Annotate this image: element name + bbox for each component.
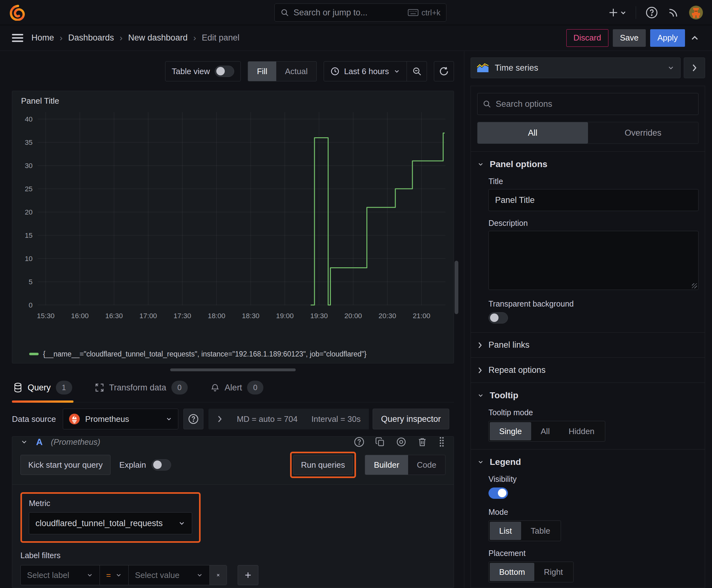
collapse-up-icon[interactable] bbox=[689, 33, 700, 43]
grafana-logo-icon[interactable] bbox=[9, 4, 25, 21]
chevron-down-icon bbox=[178, 520, 186, 527]
visualization-picker[interactable]: Time series bbox=[471, 58, 681, 78]
query-inspector-button[interactable]: Query inspector bbox=[373, 408, 450, 429]
description-textarea[interactable] bbox=[489, 231, 698, 290]
chevron-down-icon bbox=[477, 459, 484, 465]
svg-text:20: 20 bbox=[25, 208, 33, 216]
svg-text:35: 35 bbox=[25, 139, 33, 146]
panel-preview: Panel Title 051015202530354015:3016:0016… bbox=[12, 91, 454, 363]
panel-title-input[interactable] bbox=[489, 189, 698, 211]
chevron-down-icon bbox=[477, 392, 484, 399]
run-queries-button[interactable]: Run queries bbox=[293, 455, 353, 475]
remove-filter-button[interactable] bbox=[210, 565, 226, 585]
query-editor: A (Prometheus) bbox=[12, 436, 454, 588]
breadcrumb-new-dashboard[interactable]: New dashboard bbox=[128, 33, 188, 43]
duplicate-query-icon[interactable] bbox=[375, 437, 385, 447]
table-view-toggle[interactable] bbox=[215, 66, 234, 77]
time-series-chart[interactable]: 051015202530354015:3016:0016:3017:0017:3… bbox=[19, 107, 447, 347]
datasource-help-button[interactable] bbox=[184, 408, 203, 429]
drag-handle-icon[interactable] bbox=[438, 437, 446, 447]
transparent-bg-toggle[interactable] bbox=[489, 312, 508, 323]
builder-code-segment: Builder Code bbox=[365, 455, 446, 475]
placement-bottom[interactable]: Bottom bbox=[490, 563, 534, 581]
select-value-dropdown[interactable]: Select value bbox=[129, 565, 210, 585]
search-input[interactable]: Search or jump to... ctrl+k bbox=[274, 3, 447, 22]
section-panel-links: Panel links bbox=[471, 332, 705, 357]
legend-mode-list[interactable]: List bbox=[490, 522, 521, 540]
svg-text:15: 15 bbox=[25, 231, 33, 239]
transform-count-badge: 0 bbox=[171, 381, 188, 395]
fill-option[interactable]: Fill bbox=[248, 62, 276, 81]
disable-query-icon[interactable] bbox=[396, 437, 407, 447]
menu-icon[interactable] bbox=[12, 33, 23, 43]
visualization-name: Time series bbox=[495, 63, 662, 73]
legend-mode-table[interactable]: Table bbox=[521, 522, 559, 540]
transparent-bg-label: Transparent background bbox=[489, 299, 698, 309]
datasource-picker[interactable]: Prometheus bbox=[63, 408, 178, 429]
actual-option[interactable]: Actual bbox=[276, 62, 317, 81]
operator-dropdown[interactable]: = bbox=[100, 565, 129, 585]
tab-all[interactable]: All bbox=[477, 122, 588, 144]
clock-icon bbox=[330, 67, 340, 76]
svg-text:20:00: 20:00 bbox=[344, 312, 362, 320]
scrollbar-thumb[interactable] bbox=[455, 261, 458, 314]
code-option[interactable]: Code bbox=[408, 455, 445, 475]
tab-overrides[interactable]: Overrides bbox=[588, 122, 698, 144]
tab-transform-data[interactable]: Transform data 0 bbox=[93, 378, 189, 402]
zoom-out-button[interactable] bbox=[407, 62, 427, 81]
tooltip-header[interactable]: Tooltip bbox=[477, 391, 698, 400]
apply-button[interactable]: Apply bbox=[650, 29, 685, 47]
topbar-divider bbox=[636, 6, 636, 19]
explain-toggle[interactable] bbox=[152, 459, 171, 470]
new-dropdown-button[interactable] bbox=[609, 7, 626, 18]
query-options-summary[interactable]: MD = auto = 704 Interval = 30s bbox=[209, 408, 369, 429]
refresh-button[interactable] bbox=[434, 61, 454, 81]
chevron-down-icon bbox=[667, 64, 675, 71]
legend-visibility-toggle[interactable] bbox=[489, 487, 508, 499]
metric-select[interactable]: cloudflared_tunnel_total_requests bbox=[29, 512, 192, 534]
news-icon[interactable] bbox=[667, 6, 679, 19]
delete-query-icon[interactable] bbox=[417, 437, 427, 447]
chevron-right-icon bbox=[477, 366, 483, 374]
chevron-right-icon: › bbox=[193, 33, 196, 43]
avatar[interactable] bbox=[689, 5, 703, 20]
breadcrumb-bar: Home › Dashboards › New dashboard › Edit… bbox=[0, 25, 712, 51]
breadcrumb-dashboards[interactable]: Dashboards bbox=[68, 33, 114, 43]
builder-option[interactable]: Builder bbox=[365, 455, 408, 475]
tab-query[interactable]: Query 1 bbox=[12, 378, 73, 402]
query-row-header[interactable]: A (Prometheus) bbox=[12, 437, 454, 447]
breadcrumb-home[interactable]: Home bbox=[31, 33, 54, 43]
help-icon[interactable] bbox=[645, 6, 658, 19]
search-options-box[interactable] bbox=[477, 93, 698, 115]
query-help-icon[interactable] bbox=[354, 437, 365, 447]
viz-suggestions-button[interactable] bbox=[684, 58, 705, 78]
tooltip-all[interactable]: All bbox=[531, 422, 559, 440]
chevron-right-icon bbox=[691, 63, 698, 72]
chevron-right-icon bbox=[217, 415, 223, 423]
search-options-input[interactable] bbox=[496, 99, 693, 109]
time-range-picker[interactable]: Last 6 hours bbox=[324, 67, 407, 76]
legend-header[interactable]: Legend bbox=[477, 457, 698, 467]
panel-links-header[interactable]: Panel links bbox=[477, 340, 698, 350]
datasource-name: Prometheus bbox=[85, 414, 160, 424]
panel-resize-handle[interactable] bbox=[170, 369, 296, 371]
tooltip-single[interactable]: Single bbox=[490, 422, 531, 440]
chart-legend[interactable]: {__name__="cloudflared_tunnel_total_requ… bbox=[19, 347, 447, 361]
svg-text:18:00: 18:00 bbox=[208, 312, 225, 320]
series-label[interactable]: {__name__="cloudflared_tunnel_total_requ… bbox=[43, 350, 366, 358]
select-label-dropdown[interactable]: Select label bbox=[21, 565, 100, 585]
tooltip-hidden[interactable]: Hidden bbox=[559, 422, 604, 440]
table-view-label: Table view bbox=[172, 67, 210, 76]
svg-text:15:30: 15:30 bbox=[37, 312, 55, 320]
tab-alert[interactable]: Alert 0 bbox=[209, 378, 265, 402]
svg-text:40: 40 bbox=[25, 115, 33, 123]
repeat-options-header[interactable]: Repeat options bbox=[477, 365, 698, 375]
chevron-down-icon bbox=[166, 416, 172, 422]
save-button[interactable]: Save bbox=[613, 29, 646, 47]
svg-text:17:30: 17:30 bbox=[174, 312, 191, 320]
discard-button[interactable]: Discard bbox=[566, 29, 608, 47]
kick-start-button[interactable]: Kick start your query bbox=[20, 455, 110, 475]
add-filter-button[interactable] bbox=[238, 565, 258, 585]
placement-right[interactable]: Right bbox=[534, 563, 572, 581]
panel-options-header[interactable]: Panel options bbox=[477, 159, 698, 169]
